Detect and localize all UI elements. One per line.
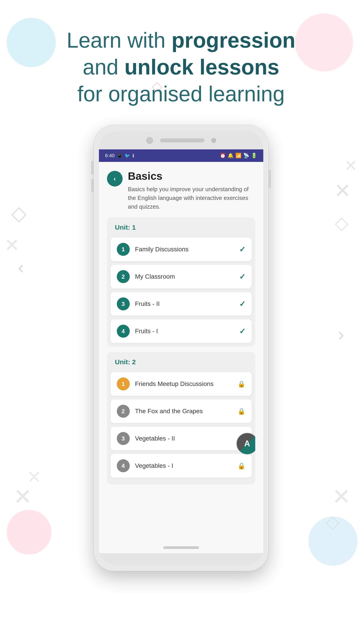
lesson-name-2-4: Vegetables - I (135, 462, 232, 469)
status-bar: 6:40 📱 🐦 ℹ ⏰ 🔔 📶 📡 🔋 (99, 149, 263, 162)
volume-up-button (91, 161, 94, 174)
phone-screen: 6:40 📱 🐦 ℹ ⏰ 🔔 📶 📡 🔋 ‹ (99, 132, 263, 564)
lesson-name-2-3: Vegetables - II (135, 435, 245, 442)
lesson-num-2: 2 (117, 270, 130, 283)
twitter-icon: 🐦 (125, 153, 130, 158)
translation-badge: A (236, 432, 255, 455)
signal-icon: 📡 (243, 153, 249, 158)
lesson-name-2-2: The Fox and the Grapes (135, 408, 232, 415)
header-title: Learn with progression and unlock lesson… (18, 27, 344, 107)
unit-1-header: Unit: 1 (107, 217, 255, 238)
volume-down-button (91, 179, 94, 192)
lesson-num-2-1: 1 (117, 378, 130, 390)
lesson-1-3[interactable]: 3 Fruits - II ✓ (111, 292, 252, 316)
lesson-1-2[interactable]: 2 My Classroom ✓ (111, 265, 252, 288)
app-title-block: Basics Basics help you improve your unde… (128, 170, 255, 211)
status-right: ⏰ 🔔 📶 📡 🔋 (220, 153, 257, 158)
lesson-num-3: 3 (117, 298, 130, 310)
lesson-2-2[interactable]: 2 The Fox and the Grapes 🔒 (111, 399, 252, 423)
lesson-num-4: 4 (117, 325, 130, 338)
power-button (268, 170, 271, 188)
lesson-num-2-4: 4 (117, 459, 130, 472)
lesson-2-1[interactable]: 1 Friends Meetup Discussions 🔒 (111, 372, 252, 396)
check-icon-3: ✓ (239, 300, 245, 308)
unit-2-label: Unit: 2 (115, 358, 247, 366)
lock-gray-icon-4: 🔒 (238, 462, 245, 470)
lesson-num-2-2: 2 (117, 405, 130, 418)
speaker-bar (160, 138, 204, 142)
lesson-name-3: Fruits - II (135, 300, 234, 308)
wifi-icon: 📶 (235, 153, 241, 158)
back-button[interactable]: ‹ (107, 171, 123, 186)
header-section: Learn with progression and unlock lesson… (0, 0, 362, 121)
lesson-num-1: 1 (117, 243, 130, 256)
phone-top-bar (99, 132, 263, 149)
whatsapp-icon: 📱 (117, 153, 122, 158)
header-line1: Learn with progression (67, 28, 295, 52)
check-icon-4: ✓ (239, 327, 245, 336)
translation-badge-text: A (244, 439, 250, 448)
app-header: ‹ Basics Basics help you improve your un… (107, 170, 255, 211)
lesson-1-4[interactable]: 4 Fruits - I ✓ (111, 319, 252, 343)
camera-dot-left (146, 137, 153, 144)
app-title: Basics (128, 170, 255, 182)
lesson-2-4[interactable]: 4 Vegetables - I 🔒 (111, 454, 252, 478)
status-time: 6:40 (105, 153, 115, 158)
check-icon-1: ✓ (239, 245, 245, 254)
header-line2: and unlock lessons (83, 55, 279, 79)
unit-1-card: Unit: 1 1 Family Discussions ✓ 2 (107, 217, 255, 346)
unit-1-label: Unit: 1 (115, 224, 247, 231)
lesson-name-1: Family Discussions (135, 246, 234, 253)
home-bar (163, 546, 199, 549)
back-arrow-icon: ‹ (114, 175, 116, 182)
lock-orange-icon-1: 🔒 (238, 380, 245, 388)
lesson-name-4: Fruits - I (135, 328, 234, 335)
battery-icon: 🔋 (251, 153, 257, 158)
lesson-2-3[interactable]: 3 Vegetables - II A (111, 427, 252, 450)
phone-outer: 6:40 📱 🐦 ℹ ⏰ 🔔 📶 📡 🔋 ‹ (94, 125, 268, 571)
phone-bottom-outer (99, 553, 263, 564)
lesson-1-1[interactable]: 1 Family Discussions ✓ (111, 238, 252, 261)
phone-mockup: 6:40 📱 🐦 ℹ ⏰ 🔔 📶 📡 🔋 ‹ (0, 125, 362, 571)
unit-2-card: Unit: 2 1 Friends Meetup Discussions 🔒 2 (107, 352, 255, 484)
alarm-icon: ⏰ (220, 153, 226, 158)
lesson-name-2-1: Friends Meetup Discussions (135, 380, 232, 388)
lesson-name-2: My Classroom (135, 273, 234, 280)
status-left: 6:40 📱 🐦 ℹ (105, 153, 134, 158)
app-description: Basics help you improve your understandi… (128, 185, 255, 211)
app-content: ‹ Basics Basics help you improve your un… (99, 162, 263, 542)
check-icon-2: ✓ (239, 272, 245, 281)
phone-bottom-bar (99, 542, 263, 553)
bell-icon: 🔔 (228, 153, 234, 158)
unit-2-header: Unit: 2 (107, 352, 255, 372)
camera-dot-right (211, 138, 216, 143)
lesson-num-2-3: 3 (117, 432, 130, 445)
lock-gray-icon-2: 🔒 (238, 408, 245, 415)
info-icon: ℹ (132, 153, 134, 158)
